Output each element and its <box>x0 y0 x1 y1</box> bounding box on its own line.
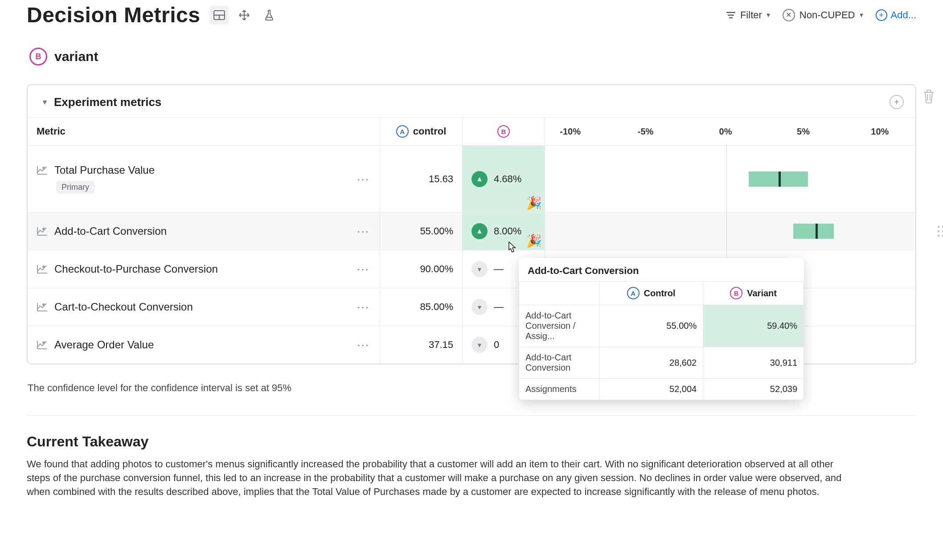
tooltip-cell: 30,911 <box>703 347 804 379</box>
control-badge-a: A <box>396 125 409 138</box>
page-header: Decision Metrics Filter ▾ ✕ <box>27 0 916 27</box>
page-title: Decision Metrics <box>27 3 200 27</box>
row-more-icon[interactable]: ⋯ <box>357 172 370 186</box>
svg-point-25 <box>43 342 45 343</box>
svg-point-11 <box>938 226 940 228</box>
filter-icon <box>726 11 736 19</box>
add-metric-button[interactable]: + <box>890 95 904 109</box>
row-more-icon[interactable]: ⋯ <box>357 300 370 315</box>
svg-point-15 <box>938 235 940 237</box>
trash-icon[interactable] <box>922 89 935 104</box>
confetti-icon: 🎉 <box>526 196 542 210</box>
tooltip-row: Add-to-Cart Conversion 28,602 30,911 <box>519 347 804 379</box>
metric-name: Cart-to-Checkout Conversion <box>54 301 193 313</box>
row-chart <box>545 213 915 250</box>
svg-point-23 <box>43 266 45 268</box>
tooltip-cell: 59.40% <box>703 305 804 347</box>
variant-label: variant <box>54 49 98 64</box>
variant-heading: B variant <box>29 48 916 65</box>
delta-flat-icon: ▾ <box>472 337 488 353</box>
metric-tooltip: Add-to-Cart Conversion A Control B Varia… <box>519 258 804 400</box>
cuped-label: Non-CUPED <box>800 9 855 21</box>
tooltip-row: Assignments 52,004 52,039 <box>519 379 804 400</box>
metric-tag-primary: Primary <box>56 181 94 194</box>
add-label: Add... <box>891 9 916 21</box>
tooltip-row-label: Assignments <box>519 379 599 400</box>
cell-control-value: 55.00% <box>380 213 462 250</box>
metric-chart-icon <box>37 226 48 236</box>
takeaway-body: We found that adding photos to customer'… <box>27 457 851 499</box>
tooltip-cell: 55.00% <box>599 305 703 347</box>
cell-control-value: 85.00% <box>380 288 462 326</box>
metric-chart-icon <box>37 165 48 175</box>
filter-button[interactable]: Filter ▾ <box>726 9 770 21</box>
svg-point-13 <box>938 230 940 233</box>
view-toggle-panel-icon[interactable] <box>210 6 229 25</box>
flask-icon[interactable] <box>260 6 279 25</box>
metrics-card: ▾ Experiment metrics + Metric A control … <box>27 84 916 364</box>
cell-control-value: 90.00% <box>380 250 462 288</box>
cuped-toggle[interactable]: ✕ Non-CUPED ▾ <box>783 9 863 21</box>
drag-handle-icon[interactable] <box>937 225 943 238</box>
cell-control-value: 15.63 <box>380 146 462 212</box>
confetti-icon: 🎉 <box>526 233 542 248</box>
axis-tick: -10% <box>560 127 581 137</box>
cursor-pointer-icon <box>504 241 518 257</box>
metric-name: Add-to-Cart Conversion <box>54 225 167 237</box>
tooltip-title: Add-to-Cart Conversion <box>519 258 804 281</box>
move-icon[interactable] <box>235 6 254 25</box>
metric-name: Checkout-to-Purchase Conversion <box>54 263 218 275</box>
cell-variant-delta: 4.68% <box>494 173 521 185</box>
row-chart <box>545 146 915 212</box>
variant-badge-b: B <box>29 48 47 65</box>
svg-point-10 <box>43 228 45 230</box>
axis-tick: 5% <box>797 127 810 137</box>
metric-name: Average Order Value <box>54 339 154 351</box>
table-row[interactable]: Add-to-Cart Conversion ⋯ 55.00% ▲ 8.00% … <box>28 212 915 250</box>
chart-axis-header: -10% -5% 0% 5% 10% <box>545 118 915 145</box>
control-header-label: control <box>413 126 447 137</box>
filter-label: Filter <box>740 9 762 21</box>
chevron-down-icon: ▾ <box>767 11 770 19</box>
metric-chart-icon <box>37 264 48 274</box>
tooltip-cell: 52,039 <box>703 379 804 400</box>
axis-tick: -5% <box>638 127 654 137</box>
takeaway-title: Current Takeaway <box>27 433 916 450</box>
tooltip-badge-a: A <box>627 287 640 299</box>
tooltip-row-label: Add-to-Cart Conversion / Assig... <box>519 305 599 347</box>
cell-variant-delta: 8.00% <box>494 225 521 237</box>
axis-tick: 0% <box>719 127 732 137</box>
metric-name: Total Purchase Value <box>54 164 155 176</box>
tooltip-badge-b: B <box>730 287 742 299</box>
axis-tick: 10% <box>871 127 889 137</box>
row-more-icon[interactable]: ⋯ <box>357 224 370 239</box>
tooltip-row: Add-to-Cart Conversion / Assig... 55.00%… <box>519 305 804 347</box>
close-circle-icon: ✕ <box>783 9 795 21</box>
delta-flat-icon: ▾ <box>472 299 488 315</box>
row-more-icon[interactable]: ⋯ <box>357 338 370 352</box>
metric-chart-icon <box>37 302 48 312</box>
delta-flat-icon: ▾ <box>472 261 488 277</box>
cell-variant-delta: — <box>494 301 504 313</box>
col-metric-header: Metric <box>37 126 66 137</box>
collapse-chevron-icon[interactable]: ▾ <box>43 97 47 107</box>
plus-circle-icon: + <box>876 9 887 21</box>
tooltip-cell: 28,602 <box>599 347 703 379</box>
tooltip-col-a-label: Control <box>644 288 676 298</box>
divider <box>27 415 916 416</box>
cell-variant-delta: 0 <box>494 339 499 351</box>
tooltip-cell: 52,004 <box>599 379 703 400</box>
delta-up-icon: ▲ <box>472 171 488 187</box>
svg-point-9 <box>43 167 45 169</box>
add-button[interactable]: + Add... <box>876 9 916 21</box>
cell-variant-delta: — <box>494 263 504 275</box>
tooltip-row-label: Add-to-Cart Conversion <box>519 347 599 379</box>
svg-point-24 <box>43 304 45 306</box>
cell-control-value: 37.15 <box>380 326 462 364</box>
tooltip-header-row: A Control B Variant <box>519 282 804 305</box>
chevron-down-icon: ▾ <box>860 11 863 19</box>
tooltip-col-b-label: Variant <box>747 288 777 298</box>
row-more-icon[interactable]: ⋯ <box>357 262 370 277</box>
table-row[interactable]: Total Purchase Value Primary ⋯ 15.63 ▲ 4… <box>28 145 915 212</box>
variant-badge-b-header: B <box>497 125 510 138</box>
